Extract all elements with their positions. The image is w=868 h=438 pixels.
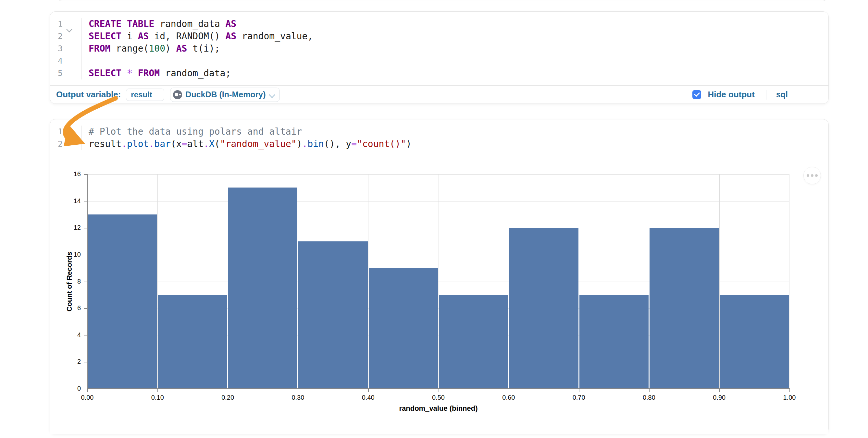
code-token: AS xyxy=(225,19,236,29)
code-token: . xyxy=(302,139,308,149)
duckdb-icon xyxy=(173,90,182,99)
footer-right-group: Hide output sql xyxy=(692,90,828,100)
code-token: "random_value" xyxy=(220,139,297,149)
notebook-page: 1CREATE TABLE random_data AS2SELECT i AS… xyxy=(0,0,868,438)
code-token: ) xyxy=(165,43,176,54)
code-token: ( xyxy=(215,139,220,149)
sql-cell: 1CREATE TABLE random_data AS2SELECT i AS… xyxy=(50,11,829,104)
code-token: bin xyxy=(307,139,324,149)
chevron-down-icon xyxy=(269,92,275,98)
code-token: random_data; xyxy=(160,68,231,78)
ellipsis-icon xyxy=(807,174,809,177)
code-token: FROM xyxy=(138,68,160,78)
code-token: . xyxy=(121,139,127,149)
code-token: random_value, xyxy=(236,31,313,41)
line-number: 2 xyxy=(50,30,82,42)
python-cell: 1# Plot the data using polars and altair… xyxy=(50,119,829,434)
code-token: plot xyxy=(127,139,149,149)
sql-cell-footer: Output variable: DuckDB (In-Memory) Hide… xyxy=(50,85,828,103)
code-line: SELECT * FROM random_data; xyxy=(82,67,231,79)
output-variable-input[interactable] xyxy=(126,89,164,101)
output-menu-button[interactable] xyxy=(803,167,821,184)
code-token: AS xyxy=(138,31,149,41)
code-token: t(i); xyxy=(187,43,220,54)
code-token: # Plot the data using polars and altair xyxy=(89,126,302,137)
code-line: CREATE TABLE random_data AS xyxy=(82,18,236,30)
code-token: alt xyxy=(187,139,204,149)
language-badge: sql xyxy=(776,90,788,99)
code-token: id, RANDOM() xyxy=(149,31,225,41)
code-token: SELECT xyxy=(89,31,121,41)
code-line: SELECT i AS id, RANDOM() AS random_value… xyxy=(82,30,313,42)
line-number: 4 xyxy=(50,55,82,67)
code-token: . xyxy=(204,139,209,149)
code-token: AS xyxy=(176,43,187,54)
ellipsis-icon xyxy=(811,174,813,177)
code-token: bar xyxy=(154,139,171,149)
engine-label: DuckDB (In-Memory) xyxy=(185,90,266,99)
line-number: 1 xyxy=(50,18,82,30)
code-token: ) xyxy=(406,139,412,149)
code-token: result xyxy=(89,139,121,149)
database-engine-dropdown[interactable]: DuckDB (In-Memory) xyxy=(170,88,279,102)
hide-output-label[interactable]: Hide output xyxy=(708,90,754,100)
code-line: # Plot the data using polars and altair xyxy=(82,126,302,138)
output-variable-label: Output variable: xyxy=(56,90,121,100)
line-number: 5 xyxy=(50,67,82,79)
code-token: 100 xyxy=(149,43,165,54)
code-token: . xyxy=(149,139,154,149)
code-token: ) xyxy=(297,139,302,149)
code-token: range( xyxy=(111,43,149,54)
footer-left-group: Output variable: DuckDB (In-Memory) xyxy=(56,88,280,102)
code-token: i xyxy=(121,31,138,41)
previous-cell-bottom-edge xyxy=(56,0,829,1)
code-row: 3FROM range(100) AS t(i); xyxy=(50,42,828,55)
code-token: X xyxy=(209,139,215,149)
code-token xyxy=(121,68,127,78)
code-row: 1CREATE TABLE random_data AS xyxy=(50,18,828,30)
code-row: 4 xyxy=(50,55,828,67)
code-token: CREATE TABLE xyxy=(89,19,154,29)
ellipsis-icon xyxy=(815,174,818,177)
code-line xyxy=(82,55,89,67)
code-row: 2result.plot.bar(x=alt.X("random_value")… xyxy=(50,138,828,150)
code-token: AS xyxy=(225,31,236,41)
hide-output-checkbox[interactable] xyxy=(692,90,701,99)
cell-output-area xyxy=(50,156,828,434)
code-token: (x xyxy=(171,139,182,149)
line-number: 1 xyxy=(50,126,82,138)
code-token: = xyxy=(351,139,357,149)
code-row: 2SELECT i AS id, RANDOM() AS random_valu… xyxy=(50,30,828,42)
code-token: "count()" xyxy=(357,139,406,149)
code-token xyxy=(132,68,138,78)
code-line: FROM range(100) AS t(i); xyxy=(82,42,220,55)
line-number: 2 xyxy=(50,138,82,150)
code-token: SELECT xyxy=(89,68,121,78)
line-number: 3 xyxy=(50,42,82,55)
code-row: 1# Plot the data using polars and altair xyxy=(50,126,828,138)
code-line: result.plot.bar(x=alt.X("random_value").… xyxy=(82,138,412,150)
code-row: 5SELECT * FROM random_data; xyxy=(50,67,828,79)
code-token: FROM xyxy=(89,43,111,54)
sql-editor[interactable]: 1CREATE TABLE random_data AS2SELECT i AS… xyxy=(50,12,828,84)
code-token: * xyxy=(127,68,132,78)
code-token: (), y xyxy=(324,139,351,149)
code-token: random_data xyxy=(154,19,225,29)
python-editor[interactable]: 1# Plot the data using polars and altair… xyxy=(50,120,828,155)
code-token: = xyxy=(182,139,187,149)
